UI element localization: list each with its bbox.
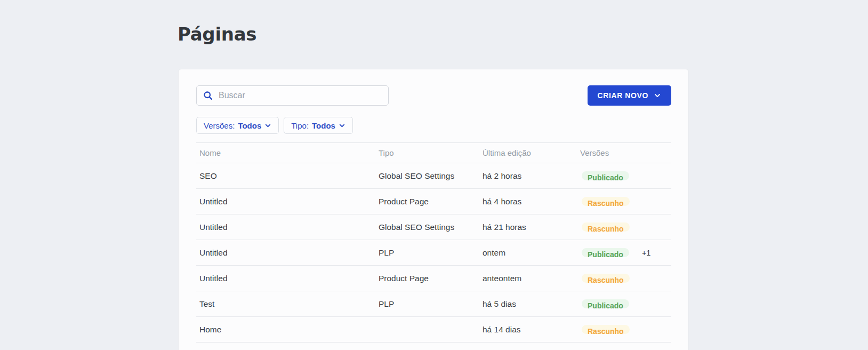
cell-last-edited: há 5 dias [479, 299, 577, 309]
cell-name: Untitled [196, 274, 375, 283]
cell-type: Global SEO Settings [375, 222, 479, 232]
create-new-label: CRIAR NOVO [598, 91, 648, 100]
table-row[interactable]: UntitledProduct Pagehá 4 horasRascunho [196, 189, 671, 214]
cell-type: Product Page [375, 197, 479, 206]
table-row[interactable]: TestPLPhá 5 diasPublicado [196, 291, 671, 317]
toolbar: CRIAR NOVO [196, 85, 671, 106]
status-badge: Publicado [582, 299, 629, 308]
cell-versions: Rascunho [577, 222, 671, 232]
cell-type: Global SEO Settings [375, 171, 479, 181]
cell-name: Untitled [196, 248, 375, 258]
cell-last-edited: há 14 dias [479, 325, 577, 335]
cell-versions: Publicado+1 [577, 248, 671, 257]
cell-last-edited: há 2 horas [479, 171, 577, 181]
cell-versions: Publicado [577, 299, 671, 308]
cell-versions: Rascunho [577, 325, 671, 334]
column-header: Versões [577, 148, 671, 157]
filter-label: Tipo: [291, 121, 309, 130]
column-header: Tipo [375, 148, 479, 157]
table-row[interactable] [196, 343, 671, 350]
pages-card: CRIAR NOVO Versões:TodosTipo:Todos NomeT… [178, 69, 689, 350]
pages-table: NomeTipoÚltima ediçãoVersões SEOGlobal S… [196, 142, 671, 350]
table-header: NomeTipoÚltima ediçãoVersões [196, 142, 671, 163]
cell-versions: Rascunho [577, 197, 671, 206]
cell-name: Untitled [196, 222, 375, 232]
status-badge: Rascunho [582, 325, 630, 334]
table-row[interactable]: UntitledGlobal SEO Settingshá 21 horasRa… [196, 214, 671, 240]
filter-value: Todos [312, 121, 335, 130]
extra-versions-count: +1 [642, 249, 651, 257]
cell-name: Home [196, 325, 375, 335]
cell-last-edited: há 4 horas [479, 197, 577, 206]
create-new-button[interactable]: CRIAR NOVO [588, 85, 671, 106]
chevron-down-icon [654, 92, 661, 99]
cell-last-edited: há 21 horas [479, 222, 577, 232]
status-badge: Publicado [582, 248, 629, 257]
cell-type: Product Page [375, 274, 479, 283]
table-row[interactable]: SEOGlobal SEO Settingshá 2 horasPublicad… [196, 163, 671, 189]
cell-versions: Publicado [577, 171, 671, 180]
page-title: Páginas [178, 22, 256, 46]
status-badge: Rascunho [582, 274, 630, 283]
cell-last-edited: ontem [479, 248, 577, 258]
chevron-down-icon [339, 122, 345, 129]
cell-type: PLP [375, 299, 479, 309]
cell-name: SEO [196, 171, 375, 181]
table-body: SEOGlobal SEO Settingshá 2 horasPublicad… [196, 163, 671, 350]
status-badge: Publicado [582, 171, 629, 180]
versions-filter[interactable]: Versões:Todos [196, 117, 279, 134]
cell-name: Test [196, 299, 375, 309]
table-row[interactable]: Homehá 14 diasRascunho [196, 317, 671, 343]
cell-name: Untitled [196, 197, 375, 206]
pages-screen: Páginas CRIAR NOVO Versões:TodosTipo:Tod… [0, 0, 868, 350]
column-header: Nome [196, 148, 375, 157]
table-row[interactable]: UntitledPLPontemPublicado+1 [196, 240, 671, 266]
cell-versions: Rascunho [577, 274, 671, 283]
cell-last-edited: anteontem [479, 274, 577, 283]
filter-bar: Versões:TodosTipo:Todos [196, 117, 671, 134]
status-badge: Rascunho [582, 222, 630, 232]
filter-value: Todos [238, 121, 261, 130]
filter-label: Versões: [204, 121, 235, 130]
search-input[interactable] [196, 85, 389, 106]
status-badge: Rascunho [582, 197, 630, 206]
search-box [196, 85, 389, 106]
cell-type: PLP [375, 248, 479, 258]
type-filter[interactable]: Tipo:Todos [284, 117, 353, 134]
table-row[interactable]: UntitledProduct PageanteontemRascunho [196, 266, 671, 291]
chevron-down-icon [264, 122, 271, 129]
column-header: Última edição [479, 148, 577, 157]
